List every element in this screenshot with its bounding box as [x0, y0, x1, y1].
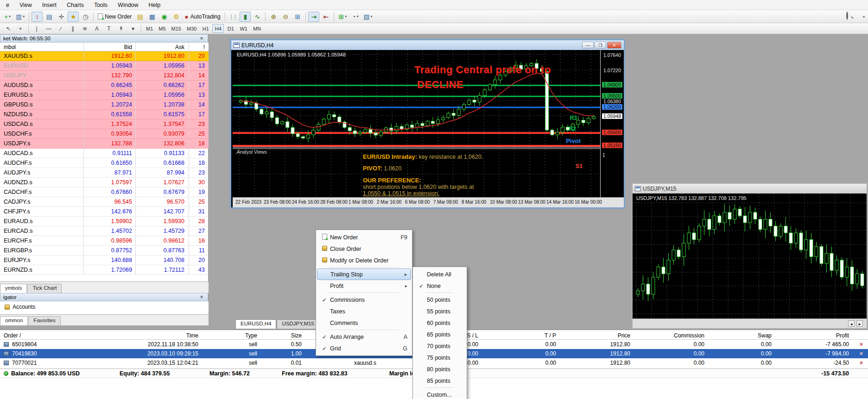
navigator-close-icon[interactable]: × — [198, 294, 205, 300]
menu-item-grid[interactable]: ✓GridG — [317, 343, 411, 354]
menu-item-75-points[interactable]: 75 points — [414, 352, 466, 363]
market-watch-close-icon[interactable]: × — [198, 35, 205, 42]
menu-item-view[interactable]: View — [14, 0, 37, 10]
menu-item-insert[interactable]: Insert — [37, 0, 62, 10]
menu-item-trailing-stop[interactable]: Trailing Stop▸ — [317, 268, 411, 280]
candlestick-button[interactable]: ▮ — [240, 12, 251, 22]
market-watch-row[interactable]: AUDCHF.s0.616500.6166818 — [0, 158, 209, 168]
timeframe-d1[interactable]: D1 — [225, 24, 236, 33]
experts-button[interactable]: ▦ — [146, 12, 158, 22]
column-order[interactable]: Order / — [4, 332, 21, 339]
auto-scroll-button[interactable]: ⇥ — [308, 12, 319, 22]
eurusd-time-axis[interactable]: 22 Feb 202323 Feb 08:0024 Feb 16:0028 Fe… — [233, 197, 624, 207]
menu-item-new-order[interactable]: New OrderF9 — [317, 231, 411, 243]
market-watch-row[interactable]: EURCHF.s0.985960.9861216 — [0, 236, 209, 246]
column-bid[interactable]: Bid — [124, 44, 132, 50]
column-size[interactable]: Size — [291, 332, 302, 339]
menu-item-charts[interactable]: Charts — [62, 0, 89, 10]
metaeditor-button[interactable]: ▤ — [134, 12, 146, 22]
menu-item-window[interactable]: Window — [113, 0, 143, 10]
line-chart-button[interactable]: ∿ — [252, 12, 263, 22]
menu-item-profit[interactable]: Profit▸ — [317, 280, 411, 292]
market-watch-row[interactable]: EURUSD.s1.059431.0595613 — [0, 90, 209, 100]
cursor-tool[interactable]: ↖ — [3, 24, 14, 34]
column-tp[interactable]: T / P — [545, 332, 556, 339]
tab-ommon[interactable]: ommon — [0, 316, 28, 325]
column-sl[interactable]: S / L — [467, 332, 478, 339]
zoom-in-button[interactable]: ⊕ — [268, 12, 279, 22]
menu-item-60-points[interactable]: 60 points — [414, 317, 466, 329]
market-watch-titlebar[interactable]: ket Watch: 06:55:30 × — [0, 34, 208, 43]
data-window-toggle[interactable]: ▤ — [44, 12, 55, 22]
usdjpy-plot-area[interactable]: USDJPY,M15 132.783 132.887 132.708 132.7… — [633, 193, 867, 318]
menu-item-taxes[interactable]: Taxes — [317, 305, 411, 317]
timeframe-h4[interactable]: H4 — [212, 24, 224, 33]
menu-item-help[interactable]: Help — [144, 0, 166, 10]
menu-item-70-points[interactable]: 70 points — [414, 340, 466, 352]
eurusd-price-axis[interactable]: 1 1.076401.072201.063801.068001.065001.0… — [600, 50, 624, 197]
toolbar-overflow-icon[interactable]: ▾ — [858, 12, 868, 22]
fibonacci-tool[interactable]: ≋ — [79, 24, 90, 34]
eurusd-titlebar[interactable]: EURUSD,H4 — ❐ ✕ — [231, 40, 624, 50]
bar-chart-button[interactable]: ᛁᛁ — [228, 12, 239, 22]
column-price[interactable]: Price — [618, 332, 630, 339]
market-watch-row[interactable]: USDJPY132.790132.80414 — [0, 71, 209, 81]
market-watch-row[interactable]: USDCAD.s1.375241.3754723 — [0, 119, 209, 129]
navigator-item-accounts[interactable]: Accounts — [0, 301, 209, 310]
navigator-titlebar[interactable]: igator × — [0, 293, 208, 301]
market-watch-row[interactable]: AUDNZD.s1.075971.0762730 — [0, 178, 209, 187]
menu-item-auto-arrange[interactable]: ✓Auto ArrangeA — [317, 331, 411, 343]
new-chart-button[interactable]: +▾ — [2, 12, 13, 22]
channel-tool[interactable]: ∥ — [67, 24, 78, 34]
market-watch-row[interactable]: EURNZD.s1.720691.7211243 — [0, 265, 209, 275]
zoom-out-button[interactable]: ⊖ — [280, 12, 291, 22]
search-icon[interactable] — [846, 12, 848, 19]
market-watch-row[interactable]: EURJPY.s140.688140.70820 — [0, 256, 209, 265]
menu-item-80-points[interactable]: 80 points — [414, 363, 466, 375]
arrows-tool[interactable]: ↟ — [115, 24, 127, 34]
market-watch-row[interactable]: CHFJPY.s142.676142.70731 — [0, 207, 209, 217]
menu-item-comments[interactable]: Comments — [317, 317, 411, 329]
column-ask[interactable]: Ask — [175, 44, 184, 50]
scroll-right-icon[interactable]: ▸ — [856, 320, 863, 327]
usdjpy-titlebar[interactable]: USDJPY,M15 — [633, 184, 867, 193]
close-icon[interactable]: ✕ — [607, 42, 621, 49]
column-comm[interactable]: Commission — [674, 332, 704, 339]
label-tool[interactable]: T — [103, 24, 114, 34]
timeframe-w1[interactable]: W1 — [237, 24, 250, 33]
market-watch-row[interactable]: EURCAD.s1.457021.4572927 — [0, 226, 209, 236]
market-watch-row[interactable]: EURGBP.s0.877520.8776311 — [0, 246, 209, 256]
window-tab-eurusd-h4[interactable]: EURUSD,H4 — [235, 319, 276, 329]
tab-ymbols[interactable]: ymbols — [0, 284, 27, 293]
close-order-icon[interactable]: × — [860, 350, 863, 357]
column-time[interactable]: Time — [186, 332, 198, 339]
menu-item-55-points[interactable]: 55 points — [414, 305, 466, 317]
timeframe-m30[interactable]: M30 — [184, 24, 199, 33]
close-order-icon[interactable]: × — [860, 341, 863, 348]
navigator-toggle[interactable]: ✛ — [56, 12, 67, 22]
timeframe-mn[interactable]: MN — [251, 24, 263, 33]
column-symbol[interactable]: mbol — [4, 44, 16, 50]
strategy-tester-toggle[interactable]: ◷ — [80, 12, 91, 22]
menu-item-none[interactable]: ✓None — [414, 280, 466, 292]
menu-item-custom-[interactable]: Custom... — [414, 389, 466, 399]
chart-shift-button[interactable]: ⇤ — [320, 12, 331, 22]
menu-item-tools[interactable]: Tools — [89, 0, 113, 10]
vertical-line-tool[interactable]: | — [31, 24, 42, 34]
market-watch-row[interactable]: USDJPY.s132.788132.80618 — [0, 139, 209, 149]
minimize-icon[interactable]: — — [582, 42, 594, 49]
profiles-button[interactable]: ▥▾ — [14, 12, 26, 22]
maximize-icon[interactable]: ❐ — [595, 42, 606, 49]
close-order-icon[interactable]: × — [860, 360, 863, 366]
chart-window-eurusd[interactable]: EURUSD,H4 — ❐ ✕ EURUSD,H4 1.05896 1.0598… — [230, 39, 625, 209]
crosshair-tool[interactable]: + — [15, 24, 26, 34]
terminal-toggle[interactable]: ★ — [68, 12, 79, 22]
market-watch-row[interactable]: USDCHF.s0.930540.9307925 — [0, 129, 209, 139]
menu-item-close-order[interactable]: Close Order — [317, 243, 411, 255]
menu-item-85-points[interactable]: 85 points — [414, 375, 466, 387]
market-watch-row[interactable]: GBPUSD.s1.207241.2073814 — [0, 100, 209, 110]
new-order-button[interactable]: New Order — [96, 12, 133, 22]
indicators-button[interactable]: ⊞▾ — [336, 12, 348, 22]
window-tab-usdjpy-m15[interactable]: USDJPY,M15 — [277, 319, 319, 329]
signals-button[interactable]: ◉ — [158, 12, 170, 22]
